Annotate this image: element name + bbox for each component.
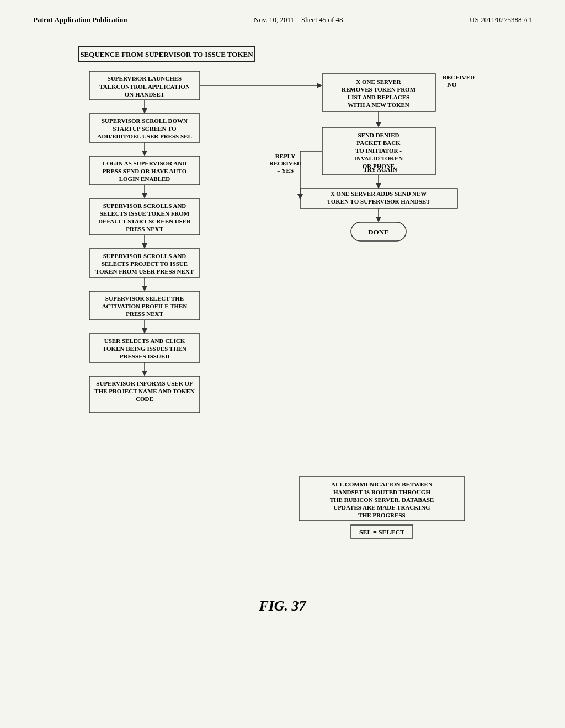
box5-line1: SUPERVISOR SCROLLS AND <box>103 253 186 259</box>
svg-marker-15 <box>142 286 147 291</box>
rbox2-line2: PACKET BACK <box>356 140 401 146</box>
rbox3-line2: TOKEN TO SUPERVISOR HANDSET <box>327 198 431 205</box>
svg-marker-27 <box>376 122 381 127</box>
svg-marker-21 <box>142 371 147 376</box>
box8-line3: CODE <box>136 395 153 402</box>
svg-marker-12 <box>142 243 147 249</box>
box4-line2: SELECTS ISSUE TOKEN FROM <box>100 210 190 217</box>
sheet-label: Sheet 45 of 48 <box>301 15 343 24</box>
header: Patent Application Publication Nov. 10, … <box>0 0 565 30</box>
box7-line1: USER SELECTS AND CLICK <box>104 338 185 344</box>
rbox2-line6: - TRY AGAIN <box>360 166 397 173</box>
svg-marker-18 <box>142 328 147 334</box>
info-line5: THE PROGRESS <box>358 512 405 518</box>
date-label: Nov. 10, 2011 <box>254 15 294 24</box>
info-line1: ALL COMMUNICATION BETWEEN <box>331 481 433 488</box>
info-line2: HANDSET IS ROUTED THROUGH <box>333 489 430 495</box>
flowchart-diagram: SEQUENCE FROM SUPERVISOR TO ISSUE TOKEN … <box>45 41 520 581</box>
box8-line2: THE PROJECT NAME AND TOKEN <box>94 388 195 394</box>
info-line4: UPDATES ARE MADE TRACKING <box>333 504 430 511</box>
box8-line1: SUPERVISOR INFORMS USER OF <box>96 380 193 387</box>
box4-line3: DEFAULT START SCREEN USER <box>98 218 191 224</box>
rbox1-line3: LIST AND REPLACES <box>348 94 409 100</box>
box5-line2: SELECTS PROJECT TO ISSUE <box>102 260 188 267</box>
box1-line2: TALKCONTROL APPLICATION <box>99 83 190 90</box>
publication-label: Patent Application Publication <box>33 15 127 24</box>
svg-marker-24 <box>317 83 322 88</box>
box3-line3: LOGIN ENABLED <box>119 175 170 182</box>
reply-yes-line2: RECEIVED <box>269 160 301 167</box>
box7-line2: TOKEN BEING ISSUES THEN <box>103 345 186 352</box>
received-no-label: RECEIVED <box>443 74 475 81</box>
content-area: SEQUENCE FROM SUPERVISOR TO ISSUE TOKEN … <box>0 30 565 636</box>
box2-line3: ADD/EDIT/DEL USER PRESS SEL <box>97 133 191 140</box>
box5-line3: TOKEN FROM USER PRESS NEXT <box>95 268 194 275</box>
box7-line3: PRESSES ISSUED <box>120 353 169 360</box>
box3-line2: PRESS SEND OR HAVE AUTO <box>103 168 187 174</box>
box2-line1: SUPERVISOR SCROLL DOWN <box>102 117 188 124</box>
date-sheet: Nov. 10, 2011 Sheet 45 of 48 <box>254 15 343 24</box>
box1-line3: ON HANDSET <box>125 91 165 98</box>
rbox3-line1: X ONE SERVER ADDS SEND NEW <box>331 190 427 197</box>
svg-marker-30 <box>376 183 381 189</box>
box6-line2: ACTIVATION PROFILE THEN <box>102 303 188 309</box>
box3-line1: LOGIN AS SUPERVISOR AND <box>103 160 186 167</box>
svg-marker-6 <box>142 151 147 156</box>
box4-line4: PRESS NEXT <box>126 226 163 232</box>
box6-line3: PRESS NEXT <box>126 311 163 317</box>
page: Patent Application Publication Nov. 10, … <box>0 0 565 728</box>
patent-number: US 2011/0275388 A1 <box>470 15 532 24</box>
reply-yes-label: REPLY <box>275 153 295 159</box>
rbox1-line1: X ONE SERVER <box>356 78 402 85</box>
rbox1-line2: REMOVES TOKEN FROM <box>342 86 416 93</box>
rbox2-line1: SEND DENIED <box>358 132 399 138</box>
rbox1-line4: WITH A NEW TOKEN <box>348 101 409 108</box>
box2-line2: STARTUP SCREEN TO <box>113 125 177 132</box>
received-no-value: = NO <box>443 81 457 88</box>
svg-marker-3 <box>142 108 147 114</box>
box1-line1: SUPERVISOR LAUNCHES <box>108 75 182 82</box>
reply-yes-line3: = YES <box>277 167 294 174</box>
info-line3: THE RUBICON SERVER. DATABASE <box>330 496 434 503</box>
box4-line1: SUPERVISOR SCROLLS AND <box>103 202 186 209</box>
diagram-title: SEQUENCE FROM SUPERVISOR TO ISSUE TOKEN <box>80 50 253 58</box>
done-label: DONE <box>368 228 389 236</box>
figure-caption: FIG. 37 <box>33 598 532 614</box>
rbox2-line3: TO INITIATOR - <box>355 147 402 154</box>
sel-label: SEL = SELECT <box>359 528 404 536</box>
rbox2-line4: INVALID TOKEN <box>354 155 403 162</box>
svg-marker-9 <box>142 193 147 199</box>
box6-line1: SUPERVISOR SELECT THE <box>105 295 184 302</box>
svg-marker-33 <box>376 217 381 222</box>
